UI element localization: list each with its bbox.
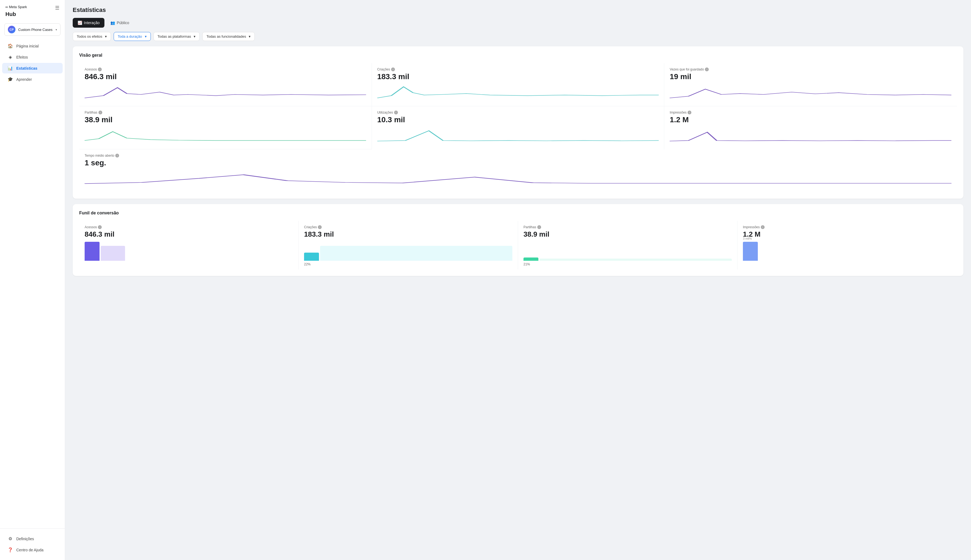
info-icon-utilizacoes[interactable]: i (394, 111, 398, 114)
funnel-cell-acessos: Acessos i 846.3 mil (79, 221, 299, 270)
sparkline-tempo_medio (85, 169, 951, 186)
sidebar-label-stats: Estatísticas (16, 66, 37, 70)
info-icon-funnel-impressoes[interactable]: i (761, 225, 765, 229)
sidebar-item-stats[interactable]: 📊Estatísticas (2, 63, 63, 73)
funnel-cell-impressoes: Impressões i 1.2 M 3 mil% (737, 221, 957, 270)
filter-duration[interactable]: Toda a duração▾ (114, 32, 151, 41)
funnel-pct-criacoes: 22% (304, 262, 512, 266)
filter-platforms[interactable]: Todas as plataformas▾ (154, 32, 200, 41)
stat-label-criacoes: Criações i (377, 67, 659, 71)
info-icon-acessos[interactable]: i (98, 67, 102, 71)
sidebar-item-home[interactable]: 🏠Página inicial (2, 41, 63, 51)
account-selector[interactable]: CP Custom Phone Cases ▾ (4, 23, 60, 36)
avatar: CP (8, 26, 15, 33)
funnel-value-partilhas: 38.9 mil (523, 230, 732, 238)
funnel-label-criacoes: Criações i (304, 225, 512, 229)
sparkline-criacoes (377, 83, 659, 100)
effects-icon: ◈ (8, 55, 13, 60)
funnel-pct-partilhas: 21% (523, 262, 732, 266)
sidebar-item-settings[interactable]: ⚙Definições (2, 533, 63, 544)
home-icon: 🏠 (8, 43, 13, 48)
settings-icon: ⚙ (8, 536, 13, 541)
sidebar: ∞ Meta Spark Hub ☰ CP Custom Phone Cases… (0, 0, 65, 560)
stat-value-utilizacoes: 10.3 mil (377, 115, 659, 124)
info-icon-funnel-acessos[interactable]: i (98, 225, 102, 229)
chevron-down-icon: ▾ (194, 35, 196, 38)
funnel-bar-main-criacoes (304, 253, 319, 261)
funnel-grid: Acessos i 846.3 mil Criações i 183.3 mil… (79, 221, 957, 270)
sidebar-item-effects[interactable]: ◈Efeitos (2, 52, 63, 62)
stat-label-tempo_medio: Tempo médio aberto i (85, 154, 951, 157)
funnel-bar-sub-criacoes (320, 246, 512, 261)
sidebar-label-help: Centro de Ajuda (16, 548, 43, 552)
stat-cell-partilhas: Partilhas i 38.9 mil (79, 106, 372, 149)
info-icon-criacoes[interactable]: i (391, 67, 395, 71)
funnel-card: Funil de conversão Acessos i 846.3 mil C… (73, 204, 963, 276)
info-icon-tempo_medio[interactable]: i (115, 154, 119, 157)
duration-filter-label: Toda a duração (118, 35, 142, 38)
funnel-bar-main-partilhas (523, 258, 538, 261)
funnel-bar-main-impressoes (743, 242, 758, 261)
info-icon-funnel-partilhas[interactable]: i (537, 225, 541, 229)
info-icon-impressoes[interactable]: i (688, 111, 691, 114)
audience-tab-label: Público (117, 21, 129, 25)
interaction-tab-icon: 📈 (78, 21, 82, 25)
filter-effects[interactable]: Todos os efeitos▾ (73, 32, 111, 41)
filters-row: Todos os efeitos▾Toda a duração▾Todas as… (65, 32, 971, 41)
chevron-down-icon: ▾ (55, 28, 57, 31)
overview-title: Visão geral (79, 53, 957, 58)
info-icon-partilhas[interactable]: i (99, 111, 102, 114)
funnel-value-impressoes: 1.2 M (743, 230, 951, 238)
platforms-filter-label: Todas as plataformas (157, 35, 191, 38)
info-icon-funnel-criacoes[interactable]: i (318, 225, 322, 229)
audience-tab-icon: 👥 (110, 21, 115, 25)
stat-cell-guardado: Vezes que foi guardado i 19 mil (664, 63, 957, 106)
content-area: Visão geral Acessos i 846.3 mil Criações… (65, 47, 971, 283)
stat-cell-acessos: Acessos i 846.3 mil (79, 63, 372, 106)
meta-spark-logo: ∞ Meta Spark (5, 5, 27, 9)
sidebar-item-help[interactable]: ❓Centro de Ajuda (2, 545, 63, 555)
filter-features[interactable]: Todas as funcionalidades▾ (202, 32, 255, 41)
main-nav: 🏠Página inicial◈Efeitos📊Estatísticas🎓Apr… (0, 38, 65, 528)
app-subtitle: Hub (0, 11, 32, 21)
hamburger-menu[interactable]: ☰ (50, 0, 65, 13)
page-title: Estatísticas (73, 7, 963, 13)
sparkline-guardado (670, 83, 951, 100)
funnel-cell-criacoes: Criações i 183.3 mil 22% (299, 221, 518, 270)
sparkline-impressoes (670, 126, 951, 143)
funnel-note-impressoes: 3 mil% (743, 237, 752, 240)
stats-grid: Acessos i 846.3 mil Criações i 183.3 mil… (79, 63, 957, 192)
funnel-bar-sub-partilhas (540, 258, 732, 261)
stat-cell-impressoes: Impressões i 1.2 M (664, 106, 957, 149)
stat-cell-utilizacoes: Utilizações i 10.3 mil (372, 106, 665, 149)
funnel-bar-sub-acessos (100, 246, 125, 261)
funnel-title: Funil de conversão (79, 211, 957, 215)
info-icon-guardado[interactable]: i (705, 67, 709, 71)
help-icon: ❓ (8, 547, 13, 552)
funnel-label-partilhas: Partilhas i (523, 225, 732, 229)
interaction-tab-label: Interação (84, 21, 100, 25)
overview-card: Visão geral Acessos i 846.3 mil Criações… (73, 47, 963, 199)
tab-audience[interactable]: 👥Público (105, 18, 134, 28)
funnel-cell-partilhas: Partilhas i 38.9 mil 21% (518, 221, 737, 270)
learn-icon: 🎓 (8, 77, 13, 82)
sparkline-partilhas (85, 126, 366, 143)
stats-icon: 📊 (8, 66, 13, 71)
sidebar-label-effects: Efeitos (16, 55, 28, 59)
features-filter-label: Todas as funcionalidades (206, 35, 246, 38)
funnel-bar-main-acessos (85, 242, 100, 261)
stat-value-guardado: 19 mil (670, 72, 951, 81)
funnel-value-acessos: 846.3 mil (85, 230, 293, 238)
sidebar-item-learn[interactable]: 🎓Aprender (2, 74, 63, 85)
stat-label-acessos: Acessos i (85, 67, 366, 71)
funnel-value-criacoes: 183.3 mil (304, 230, 512, 238)
main-content: Estatísticas 📈Interação👥Público Todos os… (65, 0, 971, 560)
sidebar-label-settings: Definições (16, 537, 34, 541)
stat-label-partilhas: Partilhas i (85, 111, 366, 114)
secondary-nav: 📈Interação👥Público (65, 18, 971, 28)
account-name: Custom Phone Cases (18, 28, 53, 32)
chevron-down-icon: ▾ (249, 35, 251, 38)
sparkline-utilizacoes (377, 126, 659, 143)
tab-interaction[interactable]: 📈Interação (73, 18, 104, 28)
funnel-label-acessos: Acessos i (85, 225, 293, 229)
